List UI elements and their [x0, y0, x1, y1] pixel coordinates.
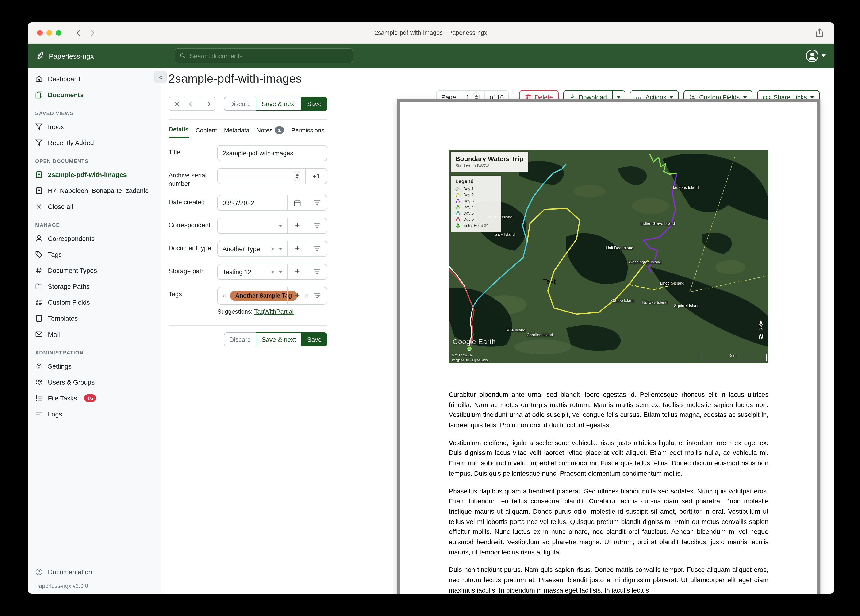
- correspondent-filter-button[interactable]: [307, 218, 327, 233]
- document-type-filter-button[interactable]: [307, 241, 327, 256]
- sidebar-item-logs[interactable]: Logs: [28, 406, 160, 422]
- plus-icon: +: [295, 290, 300, 300]
- correspondent-select[interactable]: [218, 218, 287, 233]
- tag-chip[interactable]: Another Sample Tag: [230, 291, 297, 301]
- arrow-right-icon: [204, 101, 211, 106]
- tag-suggestions: Suggestions: TagWithPartial: [217, 308, 327, 315]
- forward-icon[interactable]: [89, 29, 95, 36]
- users-icon: [35, 379, 43, 386]
- sidebar-item-open-doc-2[interactable]: H7_Napoleon_Bonaparte_zadanie: [28, 183, 160, 199]
- notes-count-badge: 1: [275, 126, 284, 134]
- sidebar-item-storage-paths[interactable]: Storage Paths: [28, 278, 160, 294]
- add-storage-path-button[interactable]: +: [287, 264, 307, 279]
- filter-lines-icon: [314, 293, 321, 299]
- sidebar-item-documents[interactable]: Documents: [28, 87, 160, 103]
- add-correspondent-button[interactable]: +: [287, 218, 307, 233]
- tags-filter-button[interactable]: [307, 288, 327, 304]
- tab-metadata[interactable]: Metadata: [224, 126, 249, 138]
- sidebar-item-document-types[interactable]: Document Types: [28, 262, 160, 278]
- sidebar-item-templates[interactable]: Templates: [28, 310, 160, 326]
- chevron-down-icon: [670, 96, 673, 99]
- sidebar-item-dashboard[interactable]: Dashboard: [28, 71, 160, 87]
- sidebar-item-mail[interactable]: Mail: [28, 326, 160, 342]
- sidebar-item-custom-fields[interactable]: Custom Fields: [28, 294, 160, 310]
- paragraph: Curabitur bibendum ante urna, sed blandi…: [449, 390, 769, 431]
- minimize-window-button[interactable]: [47, 30, 52, 35]
- pdf-preview[interactable]: Hausons Island New York Island Gary Isla…: [397, 99, 820, 594]
- sidebar-collapse-button[interactable]: «: [154, 71, 166, 83]
- title-input[interactable]: [223, 149, 322, 157]
- sidebar-item-file-tasks[interactable]: File Tasks 16: [28, 390, 160, 406]
- scale-label: 3 mi: [701, 354, 766, 358]
- date-filter-button[interactable]: [307, 195, 327, 211]
- sidebar-item-tags[interactable]: Tags: [28, 247, 160, 262]
- doc-nav-group: [168, 97, 215, 111]
- date-created-label: Date created: [168, 195, 217, 211]
- sidebar-item-correspondents[interactable]: Correspondents: [28, 231, 160, 247]
- discard-button-bottom[interactable]: Discard: [224, 332, 257, 347]
- back-icon[interactable]: [75, 29, 81, 36]
- brand-label: Paperless-ngx: [49, 52, 94, 60]
- app-brand[interactable]: Paperless-ngx: [35, 51, 94, 61]
- date-created-input[interactable]: [223, 199, 282, 206]
- save-button-bottom[interactable]: Save: [301, 332, 327, 347]
- calendar-button[interactable]: [287, 195, 307, 211]
- window-titlebar: 2sample-pdf-with-images - Paperless-ngx: [28, 22, 834, 44]
- map-image: Hausons Island New York Island Gary Isla…: [449, 150, 769, 363]
- map-label: Charlies Island: [527, 332, 553, 337]
- asn-increment-button[interactable]: +1: [305, 168, 327, 184]
- share-icon[interactable]: [815, 28, 824, 38]
- chevron-down-icon: [279, 225, 282, 227]
- sidebar-item-inbox[interactable]: Inbox: [28, 119, 160, 135]
- map-scale-bar: 3 mi: [701, 355, 767, 361]
- tags-select[interactable]: × Another Sample Tag ×: [218, 288, 287, 304]
- add-document-type-button[interactable]: +: [287, 241, 307, 256]
- save-and-next-button-bottom[interactable]: Save & next: [256, 332, 301, 347]
- trail-dots-icon: [455, 192, 460, 197]
- tab-content[interactable]: Content: [196, 126, 217, 138]
- zoom-window-button[interactable]: [56, 30, 61, 35]
- tab-notes[interactable]: Notes1: [257, 126, 284, 138]
- suggestion-link[interactable]: TagWithPartial: [254, 308, 293, 315]
- legend-item: Day 2: [455, 192, 497, 198]
- clear-icon[interactable]: ×: [271, 245, 275, 252]
- divider: [168, 325, 327, 326]
- storage-path-filter-button[interactable]: [307, 264, 327, 279]
- document-type-select[interactable]: Another Type ×: [218, 241, 287, 256]
- remove-tag-icon[interactable]: ×: [223, 292, 226, 299]
- close-document-button[interactable]: [168, 97, 185, 111]
- next-document-button[interactable]: [199, 97, 215, 111]
- clear-icon[interactable]: ×: [271, 269, 275, 275]
- discard-button[interactable]: Discard: [224, 97, 257, 111]
- previous-document-button[interactable]: [184, 97, 200, 111]
- save-button[interactable]: Save: [301, 97, 327, 111]
- storage-path-select[interactable]: Testing 12 ×: [218, 264, 287, 279]
- asn-stepper[interactable]: [294, 171, 300, 181]
- user-menu[interactable]: [805, 49, 826, 63]
- app-header: Paperless-ngx: [28, 44, 834, 68]
- map-label: Hausons Island: [671, 185, 698, 190]
- sidebar-item-settings[interactable]: Settings: [28, 358, 160, 374]
- save-and-next-button[interactable]: Save & next: [256, 97, 301, 111]
- sidebar-heading-administration: ADMINISTRATION: [28, 342, 160, 358]
- document-icon: [35, 171, 43, 178]
- north-arrow-icon: [757, 320, 765, 331]
- asn-input[interactable]: [223, 173, 294, 179]
- sidebar-item-users-groups[interactable]: Users & Groups: [28, 374, 160, 390]
- sidebar-item-documentation[interactable]: Documentation: [28, 564, 160, 580]
- document-icon: [35, 187, 43, 194]
- search-input[interactable]: [190, 52, 348, 60]
- folder-icon: [35, 283, 43, 290]
- sidebar-item-open-doc-1[interactable]: 2sample-pdf-with-images: [28, 167, 160, 183]
- close-window-button[interactable]: [37, 30, 43, 35]
- tab-permissions[interactable]: Permissions: [291, 126, 324, 138]
- person-icon: [35, 235, 43, 242]
- map-legend: Legend Day 1 Day 2: [450, 176, 501, 232]
- sidebar-item-close-all[interactable]: Close all: [28, 199, 160, 215]
- north-arrow: N: [757, 320, 765, 340]
- search-box[interactable]: [175, 48, 353, 63]
- trail-dots-icon: [455, 198, 460, 203]
- sidebar-item-recently-added[interactable]: Recently Added: [28, 135, 160, 151]
- add-tag-button[interactable]: +: [287, 288, 307, 304]
- tab-details[interactable]: Details: [168, 126, 188, 138]
